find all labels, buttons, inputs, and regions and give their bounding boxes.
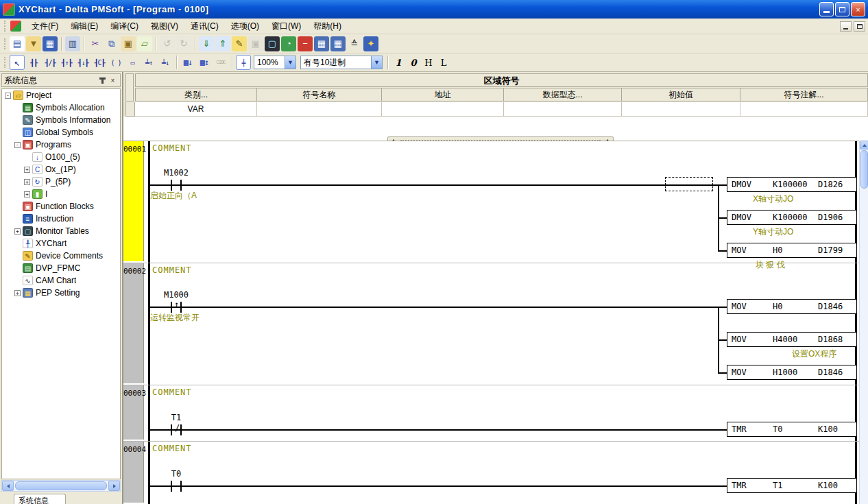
scroll-right-button[interactable] xyxy=(108,481,120,491)
tree-item-device-comments[interactable]: ✎Device Comments xyxy=(2,250,120,262)
table-cell[interactable] xyxy=(622,102,740,117)
tree-item-cam-chart[interactable]: ∿CAM Chart xyxy=(2,274,120,287)
column-header-3[interactable]: 数据型态... xyxy=(504,88,622,101)
tree-item-i[interactable]: +▮I xyxy=(2,188,120,200)
device-table-2-icon[interactable]: ▦ xyxy=(330,36,346,51)
tree-item-pep-setting[interactable]: +▦PEP Setting xyxy=(2,287,120,299)
instruction-mov-d1846[interactable]: MOVH0D1846 xyxy=(727,299,857,314)
menu-item-4[interactable]: 通讯(C) xyxy=(184,19,225,34)
radix-select[interactable]: 有号10进制▼ xyxy=(300,56,383,69)
tree-item-symbols-information[interactable]: ✎Symbols Information xyxy=(2,114,120,126)
minimize-button[interactable] xyxy=(819,2,834,16)
coil-icon[interactable]: ( ) xyxy=(108,55,123,70)
column-header-4[interactable]: 初始值 xyxy=(622,88,740,101)
table-cell[interactable] xyxy=(740,102,868,117)
ladder-convert-2-icon[interactable]: ▦↕ xyxy=(197,55,212,70)
ladder-view-icon[interactable]: ╪ xyxy=(236,55,251,70)
tree-item-global-symbols[interactable]: ◫Global Symbols xyxy=(2,126,120,139)
instruction-dmov-d1906[interactable]: DMOVK100000D1906 xyxy=(727,210,857,225)
online-edit-icon[interactable]: ✎ xyxy=(232,36,247,51)
stop-icon[interactable]: − xyxy=(298,36,313,51)
table-cell[interactable] xyxy=(504,102,622,117)
rung-comment-label[interactable]: COMMENT xyxy=(152,265,192,275)
rung-comment-label[interactable]: COMMENT xyxy=(152,143,192,153)
download-program-icon[interactable]: ⇓ xyxy=(199,36,214,51)
instruction-mov-d1799[interactable]: MOVH0D1799 xyxy=(727,243,857,258)
mdi-restore-button[interactable] xyxy=(854,21,865,32)
tree-item-xychart[interactable]: ╀XYChart xyxy=(2,237,120,250)
cursor-select-icon[interactable]: ↖ xyxy=(10,55,25,70)
wizard-icon[interactable]: ✦ xyxy=(363,36,378,51)
menu-item-3[interactable]: 视图(V) xyxy=(145,19,184,34)
mdi-minimize-button[interactable] xyxy=(840,21,852,32)
tree-item-dvp-fpmc[interactable]: ▤DVP_FPMC xyxy=(2,262,120,274)
tree-item-ox-1p-[interactable]: +COx_(1P) xyxy=(2,163,120,176)
ladder-convert-1-icon[interactable]: ▦↓ xyxy=(180,55,195,70)
cut-icon[interactable]: ✂ xyxy=(88,36,103,51)
network-icon[interactable]: ◔ xyxy=(281,36,296,51)
radix-button-L[interactable]: L xyxy=(437,56,450,69)
tree-item-symbols-allocation[interactable]: ▦Symbols Allocation xyxy=(2,101,120,114)
restore-button[interactable] xyxy=(835,2,849,16)
instruction-mov-d1846[interactable]: MOVH1000D1846 xyxy=(727,365,857,380)
toolbar-grip[interactable] xyxy=(4,38,7,49)
contact-falling-icon[interactable]: ┨↓┠ xyxy=(75,55,91,70)
contact-closed-icon[interactable]: ┨/┠ xyxy=(43,55,58,70)
rung-number[interactable]: 00003 xyxy=(123,385,144,440)
instruction-mov-d1868[interactable]: MOVH4000D1868 xyxy=(727,332,857,347)
radix-button-0[interactable]: 0 xyxy=(407,56,420,69)
tree-item-o100-5-[interactable]: ↓O100_(5) xyxy=(2,151,120,163)
scrollbar-thumb[interactable] xyxy=(15,481,107,490)
tree-expander[interactable]: + xyxy=(24,191,30,197)
open-file-icon[interactable]: ▼ xyxy=(26,36,41,51)
tree-expander[interactable]: + xyxy=(14,290,21,296)
close-button[interactable]: × xyxy=(851,2,865,16)
tree-expander[interactable]: - xyxy=(5,93,11,99)
contact-rising-icon[interactable]: ┨↑┠ xyxy=(59,55,74,70)
tree-expander[interactable]: + xyxy=(24,167,30,173)
toolbar-grip[interactable] xyxy=(4,21,7,32)
sidebar-horizontal-scrollbar[interactable] xyxy=(1,480,121,492)
tree-item-monitor-tables[interactable]: +▢Monitor Tables xyxy=(2,225,120,237)
radix-button-1[interactable]: 1 xyxy=(391,56,405,69)
table-cell[interactable] xyxy=(257,102,382,117)
device-table-1-icon[interactable]: ▦ xyxy=(314,36,329,51)
radix-button-H[interactable]: H xyxy=(422,56,435,69)
instruction-tmr-k100[interactable]: TMRT1K100 xyxy=(727,478,857,493)
panel-close-button[interactable]: × xyxy=(108,75,118,85)
save-icon[interactable]: ▦ xyxy=(43,36,58,51)
new-file-icon[interactable]: ▤ xyxy=(10,36,25,51)
instruction-tmr-k100[interactable]: TMRT0K100 xyxy=(727,422,857,437)
column-header-1[interactable]: 符号名称 xyxy=(257,88,382,101)
column-header-2[interactable]: 地址 xyxy=(382,88,504,101)
tree-expander[interactable]: + xyxy=(24,179,30,185)
scroll-up-button[interactable] xyxy=(860,141,868,149)
scrollbar-thumb[interactable] xyxy=(860,150,868,189)
rung-comment-label[interactable]: COMMENT xyxy=(152,387,192,397)
menu-item-7[interactable]: 帮助(H) xyxy=(307,19,348,34)
contact-open-icon[interactable]: ┨┠ xyxy=(26,55,41,70)
column-header-0[interactable]: 类别... xyxy=(135,88,257,101)
rung-number[interactable]: 00001 xyxy=(123,141,144,261)
rung-number[interactable]: 00004 xyxy=(123,442,144,503)
column-header-5[interactable]: 符号注解... xyxy=(740,88,868,101)
zoom-level-select[interactable]: 100%▼ xyxy=(254,56,296,69)
tree-item-programs[interactable]: -▣Programs xyxy=(2,139,120,151)
compare-contact-icon[interactable]: ┨C┠ xyxy=(92,55,107,70)
scroll-left-button[interactable] xyxy=(2,481,14,491)
upload-program-icon[interactable]: ⇑ xyxy=(215,36,230,51)
menu-item-2[interactable]: 编译(C) xyxy=(104,19,145,34)
monitor-screen-icon[interactable]: ▢ xyxy=(265,36,280,51)
table-row-selector-column[interactable] xyxy=(125,73,134,101)
rung-comment-label[interactable]: COMMENT xyxy=(152,444,192,453)
output-rising-icon[interactable]: ┷↑ xyxy=(141,55,156,70)
table-cell[interactable]: VAR xyxy=(135,102,257,117)
table-cell[interactable] xyxy=(382,102,504,117)
tab-system-info[interactable]: 系统信息 xyxy=(14,494,66,504)
instruction-dmov-d1826[interactable]: DMOVK100000D1826 xyxy=(727,177,857,192)
pin-button[interactable] xyxy=(97,75,108,85)
menu-item-6[interactable]: 窗口(W) xyxy=(265,19,307,34)
tree-item-function-blocks[interactable]: ▣Function Blocks xyxy=(2,200,120,213)
toolbar-grip[interactable] xyxy=(4,57,7,68)
print-icon[interactable]: ▥ xyxy=(65,36,80,51)
